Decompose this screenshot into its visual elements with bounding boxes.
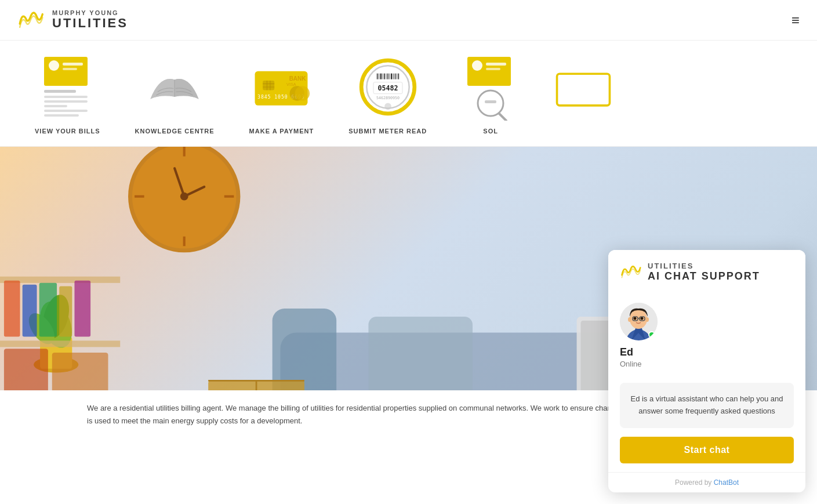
logo-area: MURPHY YOUNG UTILITIES	[17, 7, 128, 33]
extra-icon	[554, 52, 612, 122]
nav-tiles: VIEW YOUR BILLS KNOWLEDGE CENTRE	[0, 41, 817, 147]
agent-avatar	[620, 303, 658, 340]
payment-label: MAKE A PAYMENT	[249, 128, 314, 135]
svg-point-99	[628, 317, 631, 322]
svg-text:BANK: BANK	[289, 75, 307, 82]
svg-rect-90	[52, 353, 108, 390]
svg-rect-32	[391, 74, 393, 79]
nav-tile-knowledge[interactable]: KNOWLEDGE CENTRE	[118, 41, 232, 146]
svg-point-95	[641, 317, 644, 320]
svg-rect-25	[379, 74, 379, 79]
sol-icon	[462, 52, 520, 122]
utilities-text: UTILITIES	[52, 16, 128, 30]
svg-line-47	[499, 114, 506, 121]
logo-icon	[17, 7, 46, 33]
svg-rect-85	[23, 285, 37, 337]
svg-rect-7	[44, 105, 67, 107]
sol-label: SOL	[483, 128, 498, 135]
payment-icon: BANK VISA 3845 1050 6693 3900	[252, 52, 310, 122]
svg-rect-8	[44, 110, 88, 112]
svg-rect-28	[384, 74, 385, 79]
svg-rect-4	[44, 90, 76, 93]
svg-rect-89	[4, 349, 48, 390]
svg-rect-2	[63, 63, 83, 66]
chat-logo-icon	[620, 262, 642, 282]
svg-point-57	[180, 193, 188, 201]
svg-rect-34	[394, 74, 395, 79]
chat-description-box: Ed is a virtual assistant who can help y…	[620, 383, 794, 428]
nav-tile-meter[interactable]: 05482 5462890950 SUBMIT METER READ	[331, 41, 444, 146]
chat-header: UTILITIES AI CHAT SUPPORT	[608, 250, 805, 297]
svg-rect-3	[63, 68, 77, 70]
nav-tile-bills[interactable]: VIEW YOUR BILLS	[17, 41, 118, 146]
logo-text: MURPHY YOUNG UTILITIES	[52, 9, 128, 30]
chat-description: Ed is a virtual assistant who can help y…	[630, 393, 783, 418]
svg-point-42	[472, 60, 482, 71]
svg-rect-35	[397, 74, 397, 79]
hamburger-menu[interactable]: ≡	[791, 12, 800, 28]
svg-rect-5	[44, 96, 88, 98]
nav-tile-extra[interactable]	[537, 41, 630, 139]
svg-rect-87	[59, 286, 72, 336]
svg-rect-86	[39, 283, 57, 337]
svg-rect-82	[0, 340, 120, 347]
chat-utilities-label: UTILITIES	[648, 262, 760, 270]
book-icon	[146, 52, 204, 122]
svg-rect-30	[387, 74, 388, 79]
knowledge-label: KNOWLEDGE CENTRE	[135, 128, 215, 135]
svg-rect-66	[368, 317, 473, 390]
svg-rect-31	[389, 74, 390, 79]
meter-label: SUBMIT METER READ	[348, 128, 427, 135]
svg-rect-36	[398, 74, 399, 79]
svg-rect-24	[376, 74, 377, 79]
svg-rect-84	[4, 281, 20, 337]
svg-point-40	[384, 103, 391, 110]
svg-rect-48	[557, 74, 610, 106]
meter-icon: 05482 5462890950	[359, 52, 417, 122]
svg-rect-26	[380, 74, 382, 79]
svg-rect-29	[386, 74, 386, 79]
agent-name: Ed	[620, 346, 633, 358]
chat-avatar-area: Ed Online	[608, 297, 805, 374]
svg-rect-14	[263, 81, 275, 90]
agent-status: Online	[620, 360, 642, 368]
svg-rect-33	[393, 74, 394, 79]
online-indicator	[648, 331, 655, 338]
svg-text:5462890950: 5462890950	[376, 96, 400, 100]
chat-body: Ed is a virtual assistant who can help y…	[608, 374, 805, 439]
svg-rect-41	[467, 57, 511, 86]
header: MURPHY YOUNG UTILITIES ≡	[0, 0, 817, 41]
bills-label: VIEW YOUR BILLS	[35, 128, 100, 135]
svg-rect-44	[486, 68, 500, 70]
svg-rect-27	[382, 74, 383, 79]
chat-logo-area: UTILITIES AI CHAT SUPPORT	[620, 262, 794, 282]
svg-point-1	[49, 60, 59, 71]
svg-rect-88	[74, 281, 90, 337]
chat-widget: UTILITIES AI CHAT SUPPORT	[608, 250, 805, 439]
svg-rect-0	[44, 57, 88, 86]
svg-rect-9	[44, 114, 79, 117]
svg-text:05482: 05482	[377, 84, 398, 92]
chat-logo-text: UTILITIES AI CHAT SUPPORT	[648, 262, 760, 282]
bills-icon	[38, 52, 96, 122]
chat-ai-label: AI CHAT SUPPORT	[648, 270, 760, 282]
svg-rect-64	[273, 309, 337, 390]
svg-rect-6	[44, 100, 88, 103]
start-chat-button[interactable]: Start chat	[620, 437, 794, 439]
nav-tile-sol[interactable]: SOL	[444, 41, 537, 146]
nav-tile-payment[interactable]: BANK VISA 3845 1050 6693 3900 MAKE A PAY…	[232, 41, 332, 146]
svg-point-94	[634, 317, 637, 320]
svg-rect-43	[486, 63, 506, 66]
svg-point-21	[295, 86, 310, 100]
svg-rect-46	[485, 100, 496, 103]
svg-point-100	[645, 317, 649, 322]
